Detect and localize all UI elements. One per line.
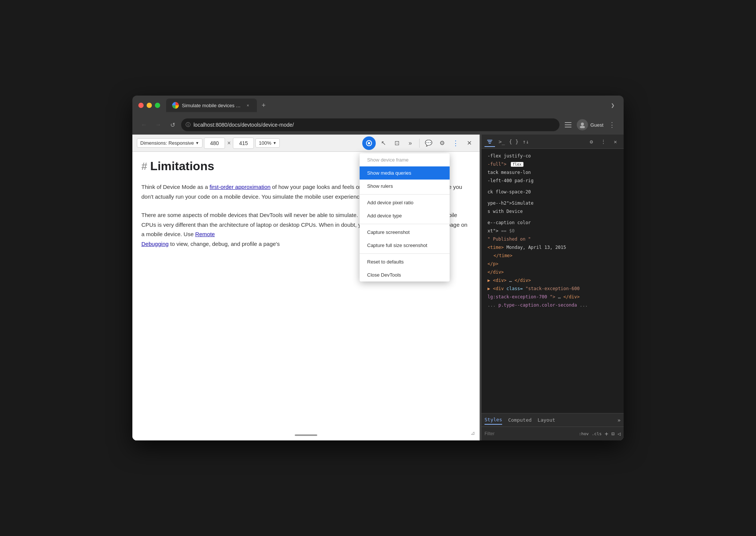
active-tab[interactable]: Simulate mobile devices with D ×	[166, 99, 257, 112]
dropdown-arrow-icon: ▼	[195, 141, 199, 145]
link-first-order[interactable]: first-order approximation	[210, 184, 271, 190]
html-line: tack measure-lon	[482, 168, 624, 177]
show-media-queries-label: Show media queries	[367, 170, 411, 176]
menu-item-add-device-type[interactable]: Add device type	[360, 209, 450, 222]
dimension-separator: ×	[226, 140, 231, 147]
url-display: localhost:8080/docs/devtools/device-mode…	[194, 122, 294, 128]
html-line: -left-400 pad-rig	[482, 177, 624, 185]
show-rulers-label: Show rulers	[367, 183, 393, 189]
address-bar[interactable]: ⓘ localhost:8080/docs/devtools/device-mo…	[181, 118, 560, 131]
guest-label: Guest	[590, 122, 603, 128]
devtools-more-button[interactable]: ⋮	[450, 137, 462, 149]
avatar	[577, 119, 588, 130]
zoom-label: 100%	[259, 140, 271, 146]
styles-tab[interactable]: Styles	[484, 415, 502, 425]
html-line: </div>	[482, 268, 624, 276]
html-spacer	[482, 196, 624, 199]
network-tab[interactable]: ↑↓	[520, 136, 531, 147]
html-line: </time>	[482, 252, 624, 260]
bottom-panel: Styles Computed Layout » :hov .cls + ⊡ ◁	[482, 413, 624, 440]
toolbar-separator	[419, 139, 420, 148]
resize-handle[interactable]: ⊿	[471, 430, 475, 436]
menu-item-show-device-frame[interactable]: Show device frame	[360, 153, 450, 166]
html-line: -flex justify-co	[482, 152, 624, 160]
maximize-window-button[interactable]	[155, 103, 160, 108]
tab-bar: Simulate mobile devices with D × + ❯	[166, 99, 618, 112]
tab-close-button[interactable]: ×	[245, 102, 251, 108]
menu-item-show-media-queries[interactable]: Show media queries	[360, 166, 450, 180]
zoom-button[interactable]: 100% ▼	[255, 138, 280, 148]
layout-tab[interactable]: Layout	[538, 416, 555, 424]
svg-rect-8	[488, 141, 492, 142]
sources-tab[interactable]: { }	[508, 136, 519, 147]
html-line: </p>	[482, 260, 624, 268]
html-line: lg:stack-exception-700 "> … </div>	[482, 293, 624, 301]
chrome-more-button[interactable]: ⋮	[606, 119, 618, 130]
forward-button[interactable]: →	[153, 119, 164, 130]
hash-icon: #	[141, 160, 147, 172]
inspect-element-button[interactable]: ↖	[377, 137, 389, 149]
menu-item-capture-full-size[interactable]: Capture full size screenshot	[360, 239, 450, 252]
more-tabs-button[interactable]: »	[618, 417, 621, 423]
device-mode-button[interactable]	[362, 136, 376, 150]
html-line: ck flow-space-20	[482, 188, 624, 196]
styles-filter-bar: :hov .cls + ⊡ ◁	[482, 427, 624, 440]
viewport-panel: Dimensions: Responsive ▼ × 100% ▼	[132, 135, 480, 440]
show-device-frame-label: Show device frame	[367, 157, 409, 163]
html-line: e--caption color	[482, 219, 624, 227]
lock-icon: ⓘ	[186, 121, 190, 128]
html-spacer	[482, 185, 624, 188]
menu-divider-2	[360, 224, 450, 224]
html-line: -full"> flex	[482, 160, 624, 168]
svg-rect-7	[487, 140, 492, 141]
hov-toggle[interactable]: :hov	[579, 431, 589, 436]
console-icon: 💬	[425, 139, 432, 147]
html-source-panel: -flex justify-co -full"> flex tack measu…	[482, 149, 624, 413]
new-tab-button[interactable]: +	[258, 100, 269, 111]
more-panels-button[interactable]: »	[404, 137, 416, 149]
svg-point-6	[368, 142, 370, 144]
heading-text: Limitations	[150, 159, 214, 173]
svg-rect-0	[565, 122, 572, 123]
device-toggle-button[interactable]: ⊡	[391, 137, 403, 149]
menu-item-show-rulers[interactable]: Show rulers	[360, 180, 450, 193]
link-remote-debugging[interactable]: RemoteDebugging	[141, 231, 215, 247]
sidebar-toggle-button[interactable]	[562, 119, 574, 130]
svg-point-4	[580, 126, 585, 129]
menu-item-add-device-pixel-ratio[interactable]: Add device pixel ratio	[360, 196, 450, 209]
capture-screenshot-label: Capture screenshot	[367, 229, 410, 235]
devtools-more-options-button[interactable]: ⋮	[598, 136, 609, 147]
tab-overflow-button[interactable]: ❯	[608, 101, 618, 109]
menu-item-capture-screenshot[interactable]: Capture screenshot	[360, 226, 450, 239]
menu-item-reset-defaults[interactable]: Reset to defaults	[360, 255, 450, 268]
toggle-element-state-button[interactable]: ⊡	[611, 431, 614, 437]
browser-window: Simulate mobile devices with D × + ❯ ← →…	[132, 96, 624, 440]
computed-tab[interactable]: Computed	[508, 416, 532, 424]
dimensions-button[interactable]: Dimensions: Responsive ▼	[137, 138, 202, 148]
device-icon: ⊡	[394, 139, 399, 147]
menu-item-close-devtools[interactable]: Close DevTools	[360, 268, 450, 281]
height-input[interactable]	[233, 138, 254, 149]
profile-area[interactable]: Guest	[577, 119, 603, 130]
settings-button[interactable]: ⚙	[436, 137, 448, 149]
close-window-button[interactable]	[138, 103, 144, 108]
close-devtools-button[interactable]: ✕	[463, 137, 475, 149]
styles-filter-input[interactable]	[484, 431, 576, 436]
flex-badge: flex	[511, 162, 524, 167]
width-input[interactable]	[204, 138, 225, 149]
tab-title: Simulate mobile devices with D	[182, 103, 242, 108]
elements-tab[interactable]	[484, 136, 495, 147]
minimize-window-button[interactable]	[147, 103, 152, 108]
console-button[interactable]: 💬	[423, 137, 435, 149]
devtools-settings-button[interactable]: ⚙	[586, 136, 597, 147]
svg-point-3	[581, 123, 584, 126]
cls-toggle[interactable]: .cls	[592, 431, 602, 436]
toggle-sidebar-button[interactable]: ◁	[618, 431, 621, 437]
back-button[interactable]: ←	[138, 119, 150, 130]
reload-button[interactable]: ↺	[167, 119, 178, 130]
add-rule-button[interactable]: +	[604, 430, 608, 437]
capture-full-size-label: Capture full size screenshot	[367, 243, 427, 248]
console-tab[interactable]: >_	[496, 136, 507, 147]
devtools-close-button[interactable]: ✕	[610, 136, 621, 147]
context-dropdown-menu: Show device frame Show media queries Sho…	[360, 153, 450, 281]
